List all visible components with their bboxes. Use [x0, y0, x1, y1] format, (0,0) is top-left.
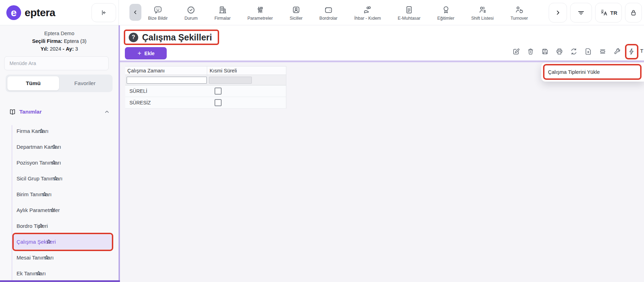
month-label: Ay:: [66, 46, 74, 52]
firm-label: Seçili Firma:: [32, 38, 62, 44]
nav-item-siciller[interactable]: Siciller: [289, 0, 302, 25]
page-title: Çalışma Şekilleri: [142, 32, 212, 43]
sidebar-item-aylik-parametreler[interactable]: Aylık Parametreler: [0, 202, 119, 218]
filter-input-calisma-zamani[interactable]: [127, 77, 207, 84]
save-icon[interactable]: [541, 47, 549, 56]
star-icon[interactable]: [41, 191, 48, 198]
nav-label: E-Muhtasar: [398, 16, 421, 21]
star-icon[interactable]: [50, 159, 57, 166]
print-icon[interactable]: [555, 47, 563, 56]
grid-toolbar: [512, 47, 636, 56]
star-icon[interactable]: [35, 270, 42, 277]
nav-item-shift-listesi[interactable]: Shift Listesi: [471, 0, 494, 25]
star-icon[interactable]: [38, 128, 45, 134]
annotation-box-page-title: ? Çalışma Şekilleri: [124, 30, 219, 45]
grid-filter-row: [125, 75, 286, 85]
sidebar-item-departman-kartlari[interactable]: Departman Kartları: [0, 139, 119, 155]
delete-icon[interactable]: [527, 47, 535, 56]
hand-coins-icon: [363, 5, 372, 14]
sidebar-item-ek-tanimlari[interactable]: Ek Tanımları: [0, 265, 119, 281]
add-button-label: Ekle: [145, 51, 155, 56]
sidebar-bottom-accent: [0, 280, 120, 282]
logo-letter: e: [11, 7, 17, 19]
person-refresh-icon: [515, 5, 524, 14]
sidebar-tabs: Tümü Favoriler: [6, 75, 113, 92]
column-header-kismi-sureli[interactable]: Kısmi Süreli: [207, 66, 286, 75]
nav-scroll-left-button[interactable]: [129, 4, 141, 21]
panel-accent-bar: [120, 60, 644, 62]
sidebar: Eptera Demo Seçili Firma: Eptera (3) Yıl…: [0, 25, 119, 282]
star-icon[interactable]: [52, 175, 59, 182]
row-layout-icon[interactable]: [599, 47, 607, 56]
nav-item-e-muhtasar[interactable]: E-Muhtasar: [398, 0, 421, 25]
sidebar-item-birim-tanimlari[interactable]: Birim Tanımları: [0, 186, 119, 202]
sidebar-item-calisma-sekilleri[interactable]: Çalışma Şekilleri: [0, 234, 119, 250]
logo-text: eptera: [25, 7, 55, 19]
section-label: Tanımlar: [19, 109, 42, 115]
nav-label: İhbar - Kıdem: [354, 16, 381, 21]
star-icon[interactable]: [37, 223, 44, 229]
kismi-sureli-checkbox[interactable]: [215, 88, 222, 95]
nav-item-firmalar[interactable]: Firmalar: [215, 0, 231, 25]
sidebar-collapse-button[interactable]: [91, 3, 116, 22]
add-button[interactable]: Ekle: [125, 47, 167, 59]
table-row[interactable]: SÜRELİ: [125, 85, 286, 97]
chat-smile-icon: [153, 5, 162, 14]
settings-wrench-icon[interactable]: [613, 47, 621, 56]
selected-company-line: Seçili Firma: Eptera (3): [0, 37, 119, 45]
lock-button[interactable]: [625, 3, 642, 23]
nav-label: Eğitimler: [437, 16, 454, 21]
filter-lines-icon: [577, 8, 585, 17]
building-icon: [218, 5, 227, 14]
help-icon[interactable]: ?: [129, 33, 138, 42]
sidebar-item-bordro-tipleri[interactable]: Bordro Tipleri: [0, 218, 119, 234]
sidebar-section-tanimlar[interactable]: Tanımlar: [0, 105, 119, 118]
refresh-icon[interactable]: [570, 47, 578, 56]
sidebar-item-pozisyon-tanimlari[interactable]: Pozisyon Tanımları: [0, 155, 119, 171]
chevron-up-icon[interactable]: [104, 109, 110, 115]
nav-item-durum[interactable]: Durum: [184, 0, 198, 25]
menu-search-input[interactable]: [4, 56, 109, 70]
nav-item-bize-bildir[interactable]: Bize Bildir: [148, 0, 168, 25]
column-header-calisma-zamani[interactable]: Çalışma Zamanı: [125, 66, 207, 75]
nav-item-ihbar-kidem[interactable]: İhbar - Kıdem: [354, 0, 381, 25]
nav-label: Parametreler: [247, 16, 273, 21]
star-icon[interactable]: [43, 254, 50, 261]
lock-icon: [630, 9, 637, 17]
tab-favoriler[interactable]: Favoriler: [59, 76, 111, 90]
nav-scroll-right-button[interactable]: [549, 3, 567, 23]
export-excel-icon[interactable]: [584, 47, 592, 56]
star-icon[interactable]: [49, 207, 56, 213]
quick-actions-popup: Çalışma Tiplerini Yükle: [541, 63, 644, 82]
popup-item-calisma-tiplerini-yukle[interactable]: Çalışma Tiplerini Yükle: [548, 63, 600, 82]
nav-label: Durum: [184, 16, 198, 21]
cell-calisma-zamani: SÜRELİ: [125, 88, 207, 94]
nav-item-parametreler[interactable]: Parametreler: [247, 0, 273, 25]
star-icon[interactable]: [45, 238, 52, 245]
year-label: Yıl:: [40, 46, 49, 52]
edit-icon[interactable]: [512, 47, 520, 56]
nav-item-bordrolar[interactable]: Bordrolar: [319, 0, 337, 25]
sidebar-main-divider: [119, 25, 120, 282]
nav-item-egitimler[interactable]: Eğitimler: [437, 0, 454, 25]
language-button[interactable]: TR: [595, 3, 622, 23]
nav-item-turnover[interactable]: Turnover: [510, 0, 528, 25]
chevron-right-icon: [554, 9, 561, 16]
table-row[interactable]: SÜRESİZ: [125, 97, 286, 109]
help-glyph: ?: [132, 34, 135, 40]
sliders-icon: [256, 5, 265, 14]
star-icon[interactable]: [51, 143, 57, 150]
tab-tumu[interactable]: Tümü: [7, 76, 59, 90]
plus-icon: [137, 51, 142, 56]
nav-label: Shift Listesi: [471, 16, 494, 21]
filter-button[interactable]: [570, 3, 592, 23]
sidebar-item-sicil-grup-tanimlari[interactable]: Sicil Grup Tanımları: [0, 171, 119, 186]
quick-actions-icon[interactable]: [627, 47, 636, 56]
kismi-sureli-checkbox[interactable]: [215, 99, 222, 106]
nav-label: Bize Bildir: [148, 16, 168, 21]
sidebar-item-firma-kartlari[interactable]: Firma Kartları: [0, 123, 119, 139]
sidebar-item-mesai-tanimlari[interactable]: Mesai Tanımları: [0, 250, 119, 265]
nav-label: Siciller: [289, 16, 302, 21]
document-icon: [404, 5, 414, 14]
nav-label: Bordrolar: [319, 16, 337, 21]
